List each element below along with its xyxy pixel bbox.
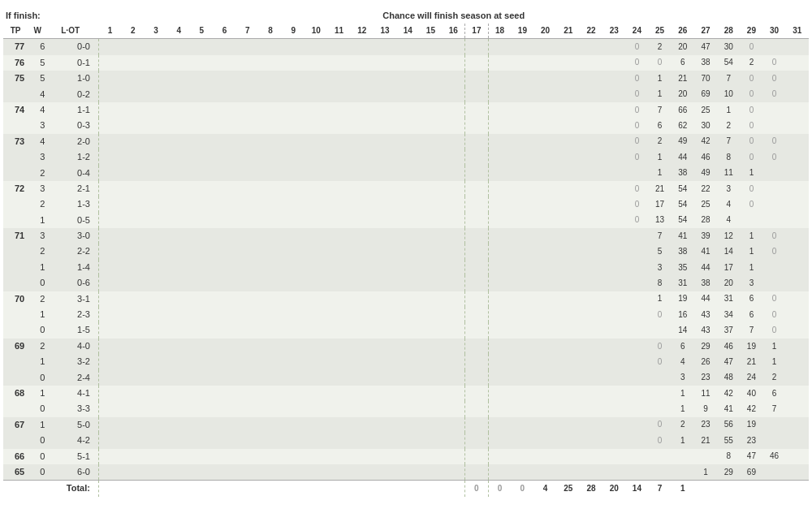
cell-seed-20: [534, 307, 557, 322]
cell-seed-28: 12: [717, 228, 740, 244]
cell-seed-26: 62: [672, 118, 694, 133]
cell-seed-17: [465, 260, 488, 275]
cell-seed-24: [625, 464, 648, 481]
cell-seed-23: [603, 196, 625, 212]
cell-seed-1: [98, 433, 121, 448]
cell-seed-12: [351, 481, 374, 497]
cell-seed-31: [786, 244, 809, 259]
cell-seed-3: [145, 307, 167, 322]
cell-seed-28: 4: [717, 196, 740, 212]
cell-seed-6: [213, 275, 235, 291]
cell-seed-6: [213, 386, 235, 401]
cell-seed-17: [465, 134, 488, 149]
cell-seed-26: 20: [672, 87, 694, 102]
cell-seed-10: [304, 149, 327, 165]
cell-seed-30: [763, 417, 786, 433]
cell-seed-5: [190, 55, 213, 71]
cell-seed-25: 1: [649, 71, 672, 86]
cell-tp: [3, 481, 28, 497]
cell-seed-24: [625, 291, 648, 307]
cell-seed-13: [374, 102, 396, 118]
cell-seed-3: [145, 322, 167, 338]
cell-seed-16: [443, 386, 465, 401]
main-table-container: If finish: Chance will finish season at …: [0, 8, 812, 497]
cell-seed-29: 40: [740, 386, 762, 401]
cell-lot: 2-4: [47, 370, 93, 386]
cell-seed-13: [374, 370, 396, 386]
page-title: [0, 0, 812, 8]
cell-seed-21: [557, 354, 580, 369]
cell-seed-28: 11: [717, 166, 740, 181]
cell-lot: 0-3: [47, 118, 93, 133]
cell-seed-26: 54: [672, 181, 694, 196]
cell-seed-27: 43: [694, 307, 717, 322]
table-row: 22-2538411410: [3, 244, 809, 259]
cell-seed-29: 47: [740, 449, 762, 464]
cell-seed-31: [786, 417, 809, 433]
cell-seed-3: [145, 354, 167, 369]
cell-seed-1: [98, 213, 121, 228]
cell-seed-29: 3: [740, 275, 762, 291]
cell-seed-18: [488, 55, 511, 71]
cell-seed-12: [351, 260, 374, 275]
cell-seed-24: [625, 244, 648, 259]
cell-seed-13: [374, 87, 396, 102]
cell-seed-25: 8: [649, 275, 672, 291]
cell-seed-17: [465, 417, 488, 433]
cell-seed-8: [259, 260, 282, 275]
cell-seed-6: [213, 307, 235, 322]
cell-seed-2: [122, 354, 145, 369]
cell-seed-29: 24: [740, 370, 762, 386]
cell-seed-4: [167, 386, 190, 401]
cell-seed-22: [580, 449, 603, 464]
cell-seed-8: [259, 134, 282, 149]
cell-seed-27: 69: [694, 87, 717, 102]
cell-seed-1: [98, 401, 121, 416]
cell-seed-9: [282, 181, 304, 196]
cell-seed-30: 0: [763, 307, 786, 322]
cell-seed-11: [327, 213, 350, 228]
cell-seed-3: [145, 386, 167, 401]
cell-seed-30: 0: [763, 71, 786, 86]
cell-seed-7: [236, 118, 259, 133]
cell-seed-25: 6: [649, 118, 672, 133]
cell-seed-6: [213, 149, 235, 165]
cell-seed-31: [786, 102, 809, 118]
cell-seed-9: [282, 481, 304, 497]
col-20: 20: [534, 24, 557, 39]
cell-seed-18: [488, 370, 511, 386]
cell-seed-5: [190, 134, 213, 149]
cell-seed-27: 41: [694, 244, 717, 259]
cell-seed-8: [259, 275, 282, 291]
cell-seed-18: [488, 196, 511, 212]
cell-seed-4: [167, 433, 190, 448]
cell-seed-19: [511, 322, 533, 338]
cell-seed-8: [259, 401, 282, 416]
cell-seed-2: [122, 166, 145, 181]
cell-seed-13: [374, 244, 396, 259]
cell-seed-5: [190, 102, 213, 118]
cell-seed-16: [443, 260, 465, 275]
cell-seed-4: [167, 149, 190, 165]
cell-seed-4: [167, 481, 190, 497]
cell-seed-7: [236, 260, 259, 275]
cell-seed-9: [282, 464, 304, 481]
cell-seed-2: [122, 464, 145, 481]
cell-seed-13: [374, 39, 396, 55]
cell-seed-21: [557, 322, 580, 338]
col-tp: TP: [3, 24, 28, 39]
col-5: 5: [190, 24, 213, 39]
cell-seed-30: [763, 196, 786, 212]
cell-seed-8: [259, 55, 282, 71]
cell-seed-6: [213, 39, 235, 55]
cell-lot: 1-2: [47, 149, 93, 165]
cell-seed-16: [443, 166, 465, 181]
cell-w: [28, 481, 47, 497]
cell-seed-27: 29: [694, 339, 717, 354]
cell-seed-21: [557, 401, 580, 416]
cell-seed-13: [374, 71, 396, 86]
cell-seed-28: 48: [717, 370, 740, 386]
cell-seed-27: 25: [694, 102, 717, 118]
cell-seed-20: [534, 102, 557, 118]
cell-seed-23: [603, 118, 625, 133]
